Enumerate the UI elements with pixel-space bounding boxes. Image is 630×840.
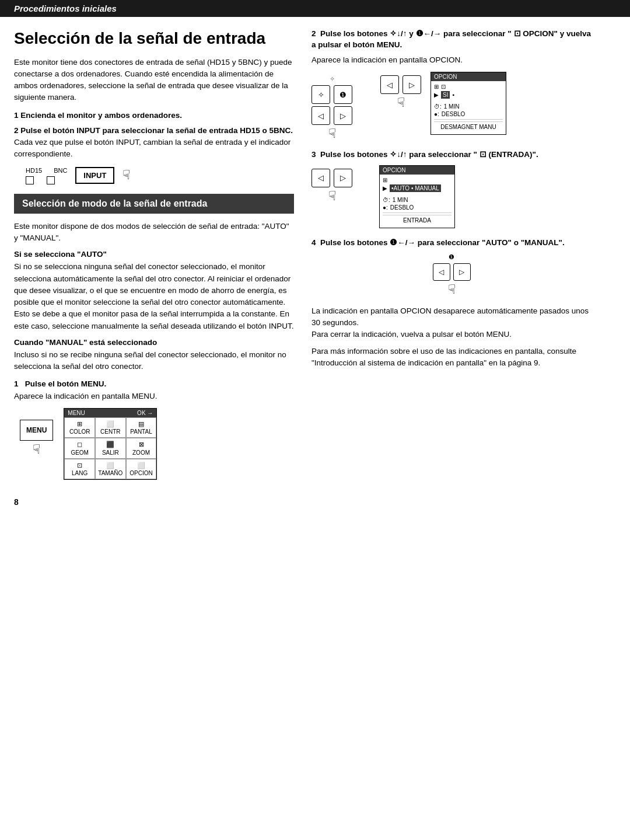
right-step4-heading: 4 Pulse los botones ❶←/→ para selecciona… — [312, 238, 592, 249]
lang-icon: ⊡ — [67, 461, 92, 469]
opcion-divider-1 — [434, 119, 503, 120]
opcion-screen-1: OPCION ⊞⊡ ▶ SI ▪ ⏱: — [430, 72, 506, 135]
step-1: 1 Encienda el monitor y ambos ordenadore… — [14, 110, 294, 121]
left2-btn-1[interactable]: ◁ — [380, 75, 399, 94]
contrast-btn-1[interactable]: ❶ — [334, 85, 352, 104]
menu-screen-title: MENU OK → — [64, 409, 156, 417]
auto-heading: Si se selecciona "AUTO" — [14, 250, 294, 259]
intro-text: Este monitor tiene dos conectores de ent… — [14, 57, 294, 104]
menu-step1-heading: 1 Pulse el botón MENU. — [14, 379, 106, 388]
opcion-desmagnet: DESMAGNET MANU — [434, 121, 503, 132]
opcion-icon: ⬜ — [129, 461, 154, 469]
right-step2-heading: 2 Pulse los botones ✧↓/↑ y ❶←/→ para sel… — [312, 29, 592, 51]
menu-hand-icon: ☟ — [33, 443, 40, 456]
section-box: Selección de modo de la señal de entrada — [14, 194, 294, 214]
step4-ctrl: ❶ ◁ ▷ ☟ — [312, 253, 592, 296]
hand-icon-r2: ☟ — [397, 96, 405, 109]
step4-left-btn[interactable]: ◁ — [433, 263, 450, 281]
opcion-body-2: ⊞ ▶ •AUTO • MANUAL ⏱: 1 MIN ●: — [380, 175, 454, 228]
step2-heading: 2 Pulse el botón INPUT para seleccionar … — [14, 126, 293, 135]
right-step3-heading: 3 Pulse los botones ✧↓/↑ para selecciona… — [312, 149, 592, 161]
right-column: 2 Pulse los botones ✧↓/↑ y ❶←/→ para sel… — [312, 29, 592, 486]
opcion-row-desblo: ●: DESBLO — [434, 111, 503, 117]
right-step-2: 2 Pulse los botones ✧↓/↑ y ❶←/→ para sel… — [312, 29, 592, 140]
menu-cell-color: ⊞ COLOR — [64, 417, 95, 438]
hand-icon: ☟ — [123, 169, 130, 182]
menu-step1-body: Aparece la indicación en pantalla MENU. — [14, 392, 157, 400]
menu-screen: MENU OK → ⊞ COLOR ⬜ CENTR ▤ PANTAL — [64, 408, 157, 480]
menu-cell-zoom: ⊠ ZOOM — [126, 438, 157, 458]
menu-step-1: 1 Pulse el botón MENU. Aparece la indica… — [14, 378, 294, 402]
opcion2-row-icons: ⊞ — [383, 177, 452, 183]
step4-top-icon: ❶ — [449, 253, 454, 261]
menu-button-label: MENU — [26, 426, 47, 434]
ctrl-panel-2: ◁ ▷ — [312, 106, 352, 125]
down-btn-s3[interactable]: ▷ — [334, 169, 352, 187]
menu-cell-lang: ⊡ LANG — [64, 459, 95, 479]
opcion-desblo: DESBLO — [442, 111, 466, 117]
brightness-btn-1[interactable]: ✧ — [312, 85, 330, 104]
right-para-1: La indicación en pantalla OPCION desapar… — [312, 305, 592, 341]
opcion-row-si: ▶ SI ▪ — [434, 91, 503, 99]
ctrl-panel-3: ◁ ▷ — [380, 75, 421, 94]
step4-buttons: ◁ ▷ — [433, 263, 471, 281]
right-btn-1[interactable]: ▷ — [334, 106, 352, 125]
section-intro: Este monitor dispone de dos modos de sel… — [14, 221, 294, 245]
bnc-label: BNC — [54, 166, 67, 175]
opcion2-desblo: DESBLO — [390, 204, 414, 211]
up-btn-s3[interactable]: ◁ — [312, 169, 330, 187]
hd15-box — [26, 176, 34, 184]
step-2: 2 Pulse el botón INPUT para seleccionar … — [14, 125, 294, 161]
opcion-title-2: OPCION — [380, 166, 454, 175]
opcion-container-1: ✧ ✧ ❶ ◁ ▷ ☟ ◁ ▷ — [312, 72, 592, 140]
header-title: Procedimientos iniciales — [14, 4, 117, 13]
left-column: Selección de la señal de entrada Este mo… — [14, 29, 294, 486]
opcion-1min: 1 MIN — [444, 103, 460, 110]
opcion2-row-desblo: ●: DESBLO — [383, 204, 452, 211]
right-step2-body: Aparece la indicación en pantalla OPCION… — [312, 54, 592, 66]
opcion-si-label: SI — [441, 91, 450, 99]
right-para-3: Para más información sobre el uso de las… — [312, 346, 592, 370]
opcion2-auto-manual: •AUTO • MANUAL — [390, 184, 441, 192]
input-illustration: HD15 BNC INPUT ☟ — [26, 166, 294, 184]
hand-icon-r1: ☟ — [328, 127, 336, 140]
opcion-row-icons: ⊞⊡ — [434, 83, 503, 90]
menu-grid: ⊞ COLOR ⬜ CENTR ▤ PANTAL ◻ GEOM — [64, 417, 156, 479]
manual-body: Incluso si no se recibe ninguna señal de… — [14, 349, 294, 373]
bnc-box — [47, 176, 55, 184]
menu-illustration: MENU ☟ MENU OK → ⊞ COLOR ⬜ CENTR — [20, 408, 294, 480]
auto-body: Si no se selecciona ninguna señal del co… — [14, 261, 294, 332]
menu-button[interactable]: MENU — [20, 420, 53, 441]
right-step-4: 4 Pulse los botones ❶←/→ para selecciona… — [312, 238, 592, 296]
centr-icon: ⬜ — [98, 420, 123, 428]
main-content: Selección de la señal de entrada Este mo… — [0, 17, 630, 497]
salir-icon: ⬛ — [98, 440, 123, 448]
opcion2-1min: 1 MIN — [393, 197, 408, 203]
step2-body: Cada vez que pulse el botón INPUT, cambi… — [14, 138, 290, 158]
menu-cell-opcion: ⬜ OPCION — [126, 459, 157, 479]
hd15-label: HD15 — [26, 166, 42, 175]
menu-cell-pantal: ▤ PANTAL — [126, 417, 157, 438]
right-step-3: 3 Pulse los botones ✧↓/↑ para selecciona… — [312, 149, 592, 228]
manual-heading: Cuando "MANUAL" está seleccionado — [14, 338, 294, 347]
hand-icon-s3: ☟ — [328, 190, 336, 203]
ctrl-panel-1: ✧ ❶ — [312, 85, 352, 104]
opcion2-row-auto: ▶ •AUTO • MANUAL — [383, 184, 452, 192]
opcion-screen-2: OPCION ⊞ ▶ •AUTO • MANUAL ⏱: 1 — [379, 165, 455, 228]
tamano-icon: ⬜ — [98, 461, 123, 469]
header-bar: Procedimientos iniciales — [0, 0, 630, 17]
step4-right-btn[interactable]: ▷ — [453, 263, 471, 281]
page-number: 8 — [14, 497, 19, 507]
opcion-row-1min: ⏱: 1 MIN — [434, 103, 503, 110]
menu-cell-tamano: ⬜ TAMAÑO — [95, 459, 126, 479]
right2-btn-1[interactable]: ▷ — [402, 75, 421, 94]
page-title: Selección de la señal de entrada — [14, 29, 294, 48]
step4-hand-icon: ☟ — [448, 283, 456, 296]
left-btn-1[interactable]: ◁ — [312, 106, 330, 125]
input-button[interactable]: INPUT — [75, 167, 114, 184]
opcion-divider-2 — [383, 212, 452, 213]
step4-panel: ❶ ◁ ▷ ☟ — [433, 253, 471, 296]
hd15-bnc-labels: HD15 BNC — [26, 166, 67, 184]
zoom-icon: ⊠ — [129, 440, 154, 448]
ctrl-panel-step3: ◁ ▷ — [312, 169, 352, 187]
